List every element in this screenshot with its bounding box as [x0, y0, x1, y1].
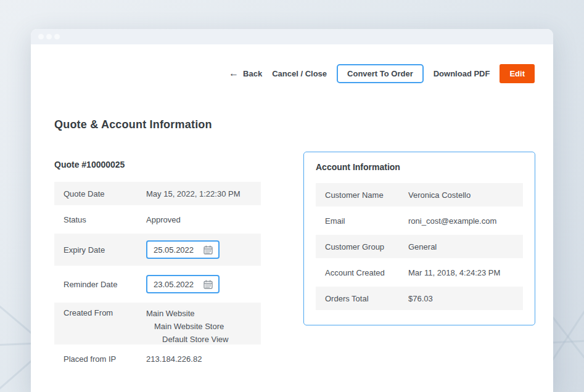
reminder-date-field	[146, 275, 220, 293]
account-panel-title: Account Information	[316, 162, 523, 172]
table-row: Email roni_cost@example.com	[316, 209, 523, 232]
row-value: $76.03	[408, 287, 523, 310]
quote-info-table: Quote Date May 15, 2022, 1:22:30 PM Stat…	[54, 182, 261, 370]
page-content: ← Back Cancel / Close Convert To Order D…	[31, 63, 553, 373]
table-row: Account Created Mar 11, 2018, 4:24:23 PM	[316, 261, 523, 284]
table-row: Customer Name Veronica Costello	[316, 183, 523, 206]
table-row: Status Approved	[54, 208, 261, 231]
row-label: Account Created	[316, 261, 408, 284]
window-control-dot[interactable]	[54, 34, 60, 39]
row-value	[146, 268, 261, 300]
table-row: Orders Total $76.03	[316, 287, 523, 310]
convert-to-order-button[interactable]: Convert To Order	[337, 64, 424, 83]
page-title: Quote & Account Information	[54, 118, 553, 131]
account-information-panel: Account Information Customer Name Veroni…	[303, 152, 535, 325]
calendar-icon[interactable]	[204, 280, 213, 289]
table-row: Quote Date May 15, 2022, 1:22:30 PM	[54, 182, 261, 205]
quote-panel-title: Quote #10000025	[54, 160, 261, 169]
edit-button[interactable]: Edit	[500, 64, 535, 83]
info-columns: Quote #10000025 Quote Date May 15, 2022,…	[54, 152, 553, 373]
row-label: Created From	[54, 303, 146, 345]
window-control-dot[interactable]	[38, 34, 44, 39]
download-pdf-button[interactable]: Download PDF	[434, 69, 490, 78]
row-label: Customer Name	[316, 183, 408, 206]
row-label: Quote Date	[54, 182, 146, 205]
row-value	[146, 234, 261, 266]
row-value: General	[408, 235, 523, 258]
action-toolbar: ← Back Cancel / Close Convert To Order D…	[31, 63, 553, 83]
row-value: Main Website Main Website Store Default …	[146, 303, 261, 345]
row-value: 213.184.226.82	[146, 347, 261, 370]
window-control-dot[interactable]	[46, 34, 52, 39]
row-value: May 15, 2022, 1:22:30 PM	[146, 182, 261, 205]
back-arrow-icon: ←	[229, 68, 239, 78]
back-label: Back	[243, 69, 262, 78]
table-row: Customer Group General	[316, 235, 523, 258]
quote-panel: Quote #10000025 Quote Date May 15, 2022,…	[54, 152, 261, 373]
reminder-date-input[interactable]	[154, 280, 198, 289]
cancel-close-button[interactable]: Cancel / Close	[272, 69, 327, 78]
row-label: Placed from IP	[54, 347, 146, 370]
table-row: Created From Main Website Main Website S…	[54, 303, 261, 345]
store-hierarchy-line: Main Website	[146, 307, 195, 320]
app-window: ← Back Cancel / Close Convert To Order D…	[31, 29, 553, 392]
row-value: roni_cost@example.com	[408, 209, 523, 232]
row-label: Expiry Date	[54, 234, 146, 266]
back-button[interactable]: ← Back	[229, 68, 262, 78]
account-info-table: Customer Name Veronica Costello Email ro…	[316, 183, 523, 310]
store-hierarchy-line: Main Website Store	[146, 320, 224, 333]
row-label: Email	[316, 209, 408, 232]
row-value: Veronica Costello	[408, 183, 523, 206]
row-label: Status	[54, 208, 146, 231]
row-value: Approved	[146, 208, 261, 231]
window-titlebar	[31, 29, 553, 44]
table-row: Reminder Date	[54, 268, 261, 300]
row-label: Orders Total	[316, 287, 408, 310]
row-label: Customer Group	[316, 235, 408, 258]
calendar-icon[interactable]	[204, 245, 213, 255]
expiry-date-field	[146, 240, 220, 259]
table-row: Placed from IP 213.184.226.82	[54, 347, 261, 370]
row-label: Reminder Date	[54, 268, 146, 300]
row-value: Mar 11, 2018, 4:24:23 PM	[408, 261, 523, 284]
expiry-date-input[interactable]	[154, 245, 198, 255]
table-row: Expiry Date	[54, 234, 261, 266]
store-hierarchy-line: Default Store View	[146, 333, 228, 346]
